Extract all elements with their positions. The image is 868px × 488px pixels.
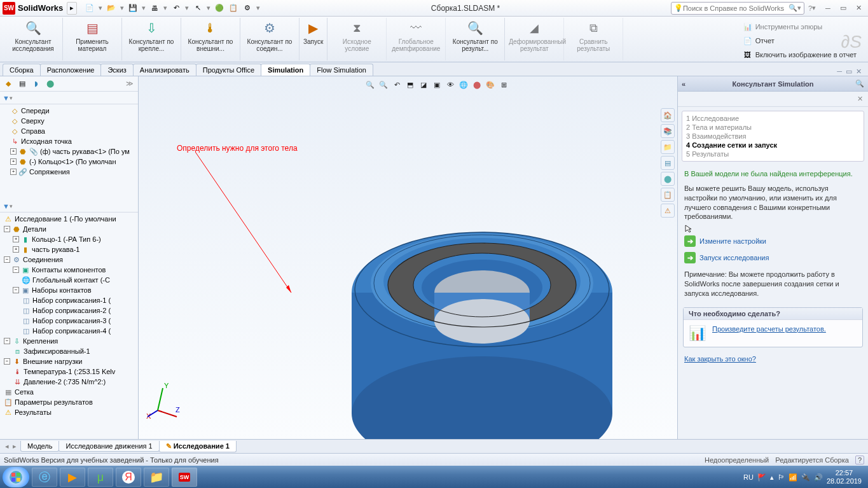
tab-sketch[interactable]: Эскиз xyxy=(100,64,133,76)
rebuild-icon[interactable]: 🟢 xyxy=(214,3,224,13)
task-ie[interactable]: ⓔ xyxy=(32,468,57,487)
tray-network-icon[interactable]: 📶 xyxy=(789,473,797,482)
ribbon-initial-condition[interactable]: ⧗Исходное условие xyxy=(327,18,387,60)
fm-tab1-icon[interactable]: ◆ xyxy=(3,78,14,90)
maximize-button[interactable]: ▭ xyxy=(836,3,850,13)
help-search-box[interactable]: 💡 🔍▾ xyxy=(671,2,804,15)
search-icon[interactable]: 🔍 xyxy=(789,4,797,12)
save-icon[interactable]: 💾 xyxy=(128,3,138,13)
ribbon-compare[interactable]: ⧉Сравнить результаты xyxy=(564,18,623,60)
tree-front[interactable]: ◇Спереди xyxy=(9,106,138,116)
step-3[interactable]: 3 Взаимодействия xyxy=(686,132,860,141)
mesh-node[interactable]: ▦Сетка xyxy=(3,387,138,397)
ribbon-plot-tools[interactable]: 📊Инструменты эпюры xyxy=(740,20,859,33)
options-icon[interactable]: 📋 xyxy=(228,3,238,13)
ribbon-deformed[interactable]: ◢Деформированный результат xyxy=(505,18,564,60)
loads-node[interactable]: −⬇Внешние нагрузки xyxy=(3,356,138,366)
fm-tab3-icon[interactable]: ◗ xyxy=(31,78,42,90)
expand-icon[interactable]: + xyxy=(10,169,17,175)
appear-icon[interactable]: ⬤ xyxy=(661,172,675,186)
tray-clock[interactable]: 22:57 28.02.2019 xyxy=(827,469,862,485)
contact-set-1[interactable]: ◫Набор соприкасания-1 ( xyxy=(20,295,138,305)
tray-lang[interactable]: RU xyxy=(743,473,754,481)
fm-tab2-icon[interactable]: ▤ xyxy=(17,78,28,90)
pressure-load[interactable]: ⇊Давление-2 (:735 N/m^2:) xyxy=(11,377,138,387)
expand-icon[interactable]: + xyxy=(10,148,17,155)
study-node[interactable]: ⚠Исследование 1 (-По умолчани xyxy=(3,214,138,224)
prev-view-icon[interactable]: ↶ xyxy=(391,79,403,90)
contact-set-2[interactable]: ◫Набор соприкасания-2 ( xyxy=(20,305,138,316)
tree-part1[interactable]: +⬣📎(ф) часть рукава<1> (По ум xyxy=(9,146,138,157)
doc-minimize-icon[interactable]: ─ xyxy=(837,67,842,76)
explorer-icon[interactable]: 📁 xyxy=(661,140,675,154)
section-icon[interactable]: ⬒ xyxy=(404,79,416,90)
tab-motion-study[interactable]: Исследование движения 1 xyxy=(59,441,159,452)
part-ring[interactable]: +▮Кольцо-1 (-РА Тип 6-) xyxy=(11,234,138,244)
contact-set-3[interactable]: ◫Набор соприкасания-3 ( xyxy=(20,316,138,326)
ribbon-result-advisor[interactable]: 🔍Консультант по результ... xyxy=(446,18,505,60)
contact-set-4[interactable]: ◫Набор соприкасания-4 ( xyxy=(20,326,138,336)
tree-right[interactable]: ◇Справа xyxy=(9,126,138,136)
part-sleeve[interactable]: +▮часть рукава-1 xyxy=(11,244,138,254)
props-icon[interactable]: 📋 xyxy=(661,188,675,202)
how-to-close-link[interactable]: Как закрыть это окно? xyxy=(684,355,756,363)
tray-power-icon[interactable]: 🔌 xyxy=(801,473,810,482)
zoom-area-icon[interactable]: 🔍 xyxy=(378,79,389,90)
collapse-icon[interactable]: − xyxy=(13,287,19,293)
zoom-fit-icon[interactable]: 🔍 xyxy=(364,79,376,90)
results-node[interactable]: ⚠Результаты xyxy=(3,407,138,417)
collapse-icon[interactable]: − xyxy=(4,256,10,263)
undo-icon[interactable]: ↶ xyxy=(171,3,181,13)
fm-tab4-icon[interactable]: ⬤ xyxy=(45,78,56,90)
component-contacts[interactable]: −▣Контакты компонентов xyxy=(11,265,138,275)
start-button[interactable] xyxy=(3,467,29,487)
display-style-icon[interactable]: ▣ xyxy=(431,79,443,90)
collapse-icon[interactable]: − xyxy=(4,226,10,232)
select-icon[interactable]: ↖ xyxy=(193,3,203,13)
render-icon[interactable]: 🎨 xyxy=(485,79,496,90)
expand-icon[interactable]: + xyxy=(13,236,19,242)
task-explorer[interactable]: 📁 xyxy=(144,468,169,487)
collapse-icon[interactable]: − xyxy=(4,338,10,344)
filter-icon[interactable]: ▼ xyxy=(3,94,10,102)
collapse-icon[interactable]: « xyxy=(682,80,685,88)
panel-close-icon[interactable]: ✕ xyxy=(857,95,863,103)
task-yandex[interactable]: Я xyxy=(116,468,141,487)
ribbon-connection-advisor[interactable]: ⚙Консультант по соедин... xyxy=(240,18,300,60)
close-button[interactable]: ✕ xyxy=(851,3,865,13)
compute-results-link[interactable]: Произведите расчеты результатов. xyxy=(712,325,826,333)
tab-office[interactable]: Продукты Office xyxy=(196,64,261,76)
tab-layout[interactable]: Расположение xyxy=(40,64,102,76)
search-input[interactable] xyxy=(683,4,789,12)
temperature-load[interactable]: 🌡Температура-1 (:253.15 Kelv xyxy=(11,366,138,377)
parts-node[interactable]: −⬣Детали xyxy=(3,224,138,234)
result-options[interactable]: 📋Параметры результатов xyxy=(3,397,138,407)
palette-icon[interactable]: ▤ xyxy=(661,156,675,170)
tree-mates[interactable]: +🔗Сопряжения xyxy=(9,167,138,177)
doc-restore-icon[interactable]: ▭ xyxy=(846,67,852,76)
connections-node[interactable]: −⚙Соединения xyxy=(3,254,138,265)
fixed-1[interactable]: ⧈Зафиксированный-1 xyxy=(11,346,138,356)
open-icon[interactable]: 📂 xyxy=(106,3,116,13)
expand-icon[interactable]: + xyxy=(10,158,17,165)
ribbon-run[interactable]: ▶Запуск xyxy=(300,18,327,60)
tab-model[interactable]: Модель xyxy=(20,441,59,452)
ribbon-load-advisor[interactable]: 🌡Консультант по внешни... xyxy=(181,18,240,60)
expand-icon[interactable]: + xyxy=(13,246,19,253)
filter-icon[interactable]: ▼ xyxy=(3,202,10,210)
task-utorrent[interactable]: μ xyxy=(88,468,113,487)
graphics-viewport[interactable]: 🔍 🔍 ↶ ⬒ ◪ ▣ 👁 🌐 ⬤ 🎨 ⊞ 🏠 📚 📁 ▤ ⬤ 📋 ⚠ Опре… xyxy=(139,76,677,439)
tray-flag-icon[interactable]: 🚩 xyxy=(757,473,766,482)
tab-simulation[interactable]: Simulation xyxy=(261,64,310,76)
tray-arrow-icon[interactable]: ▴ xyxy=(770,473,774,482)
tree-top[interactable]: ◇Сверху xyxy=(9,116,138,126)
step-2[interactable]: 2 Тела и материалы xyxy=(686,123,860,132)
scene-icon[interactable]: 🌐 xyxy=(458,79,469,90)
doc-close-icon[interactable]: ✕ xyxy=(856,67,862,76)
ribbon-fixture-advisor[interactable]: ⇩Консультант по крепле... xyxy=(122,18,181,60)
task-solidworks[interactable]: SW xyxy=(172,468,197,487)
minimize-button[interactable]: ─ xyxy=(821,3,835,13)
orientation-icon[interactable]: ◪ xyxy=(418,79,429,90)
fm-expand-icon[interactable]: ≫ xyxy=(124,78,135,90)
tab-scroll-right-icon[interactable]: ▸ xyxy=(13,442,17,450)
